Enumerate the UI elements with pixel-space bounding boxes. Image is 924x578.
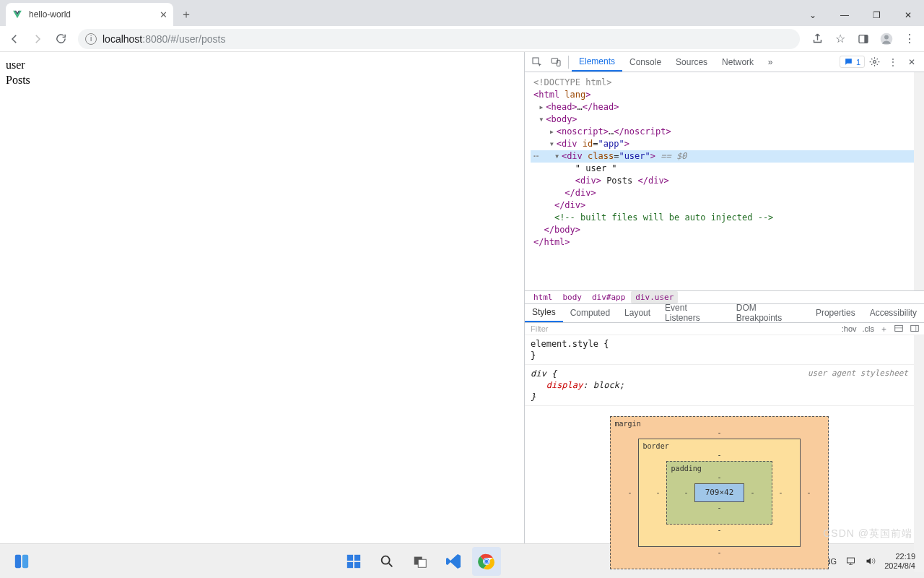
kebab-menu-icon[interactable]: ⋮ [899,29,920,49]
close-window-button[interactable]: ✕ [892,4,924,26]
dom-tree[interactable]: <!DOCTYPE html> <html lang> ▸<head>…</he… [525,72,914,290]
box-content[interactable]: 709×42 [694,483,745,502]
reload-button[interactable] [51,29,71,49]
dom-enddiv: </div> [565,188,596,198]
crumb-html[interactable]: html [529,291,557,303]
page-text-posts: Posts [6,73,518,88]
devtools-kebab-icon[interactable]: ⋮ [884,53,902,71]
subtab-properties[interactable]: Properties [808,303,863,322]
dom-html-open: <html [533,90,565,100]
share-icon[interactable] [807,29,827,49]
dom-enddiv2: </div> [554,200,585,210]
breadcrumb: html body div#app div.user [525,290,924,303]
start-icon[interactable] [339,547,368,576]
back-button[interactable] [4,29,25,49]
chrome-icon[interactable] [472,547,501,576]
crumb-user[interactable]: div.user [631,291,678,303]
widgets-icon[interactable] [7,547,36,576]
collapse-icon[interactable]: ▾ [549,138,557,150]
window-controls: ⌄ — ❐ ✕ [797,4,924,26]
close-tab-icon[interactable]: ✕ [160,9,167,20]
tab-title: hello-world [29,9,71,20]
collapse-icon[interactable]: ▾ [554,150,562,163]
svg-rect-14 [347,561,353,567]
scrollbar[interactable] [914,72,924,290]
bookmark-icon[interactable]: ☆ [830,29,850,49]
url-port: :8080 [142,33,167,45]
search-icon[interactable] [372,547,401,576]
subtab-computed[interactable]: Computed [563,303,617,322]
rule-element-style[interactable]: element.style { } [525,335,914,365]
dom-head: <head> [546,102,577,112]
browser-title-bar: hello-world ✕ ＋ ⌄ — ❐ ✕ [0,0,924,26]
hov-toggle[interactable]: :hov [842,324,857,333]
rule-div[interactable]: user agent stylesheet div { display: blo… [525,365,914,406]
sidebar-toggle-icon[interactable] [910,324,920,334]
devtools-tab-network[interactable]: Network [715,52,761,72]
dom-posts-open: <div> [575,176,601,186]
task-view-icon[interactable] [406,547,435,576]
box-margin[interactable]: margin - - border - - padding - [610,416,829,569]
box-padding[interactable]: padding - - 709×42 - - [666,461,773,525]
devtools-panel: Elements Console Sources Network » 1 ⋮ ✕… [524,52,924,543]
styles-toolbar: Filter :hov .cls ＋ [525,323,924,335]
crumb-body[interactable]: body [559,291,587,303]
divider [568,56,569,69]
new-rule-icon[interactable]: ＋ [880,324,888,335]
padding-label: padding [671,463,702,475]
vue-favicon [12,9,23,20]
styles-filter-input[interactable]: Filter [529,323,836,335]
expand-icon[interactable]: ▸ [549,126,557,138]
computed-toggle-icon[interactable] [894,324,904,334]
site-info-icon[interactable]: i [85,33,97,45]
svg-point-3 [884,35,889,39]
dom-app-open: <div [557,139,583,149]
dom-close: > [650,151,655,161]
dash: - [750,487,754,499]
expand-icon[interactable]: ▸ [539,101,546,113]
profile-icon[interactable] [876,29,897,49]
workspace: user Posts Elements Console Sources Netw… [0,52,924,543]
dom-body: <body> [546,114,577,124]
scrollbar[interactable] [914,335,924,572]
maximize-button[interactable]: ❐ [860,4,892,26]
more-tabs-icon[interactable]: » [761,53,780,71]
svg-rect-1 [864,35,868,43]
new-tab-button[interactable]: ＋ [176,4,196,25]
subtab-accessibility[interactable]: Accessibility [863,303,924,322]
cls-toggle[interactable]: .cls [863,324,875,333]
forward-button[interactable] [27,29,48,49]
styles-pane[interactable]: element.style { } user agent stylesheet … [525,335,914,572]
settings-icon[interactable] [865,53,884,71]
subtab-dom-breakpoints[interactable]: DOM Breakpoints [729,303,808,322]
subtab-layout[interactable]: Layout [617,303,658,322]
browser-tab[interactable]: hello-world ✕ [6,3,173,26]
dom-selected-line[interactable]: ⋯ ▾<div class="user"> == $0 [531,150,914,163]
devtools-tab-sources[interactable]: Sources [668,52,715,72]
dom-attr: id [583,139,593,149]
devtools-tab-console[interactable]: Console [622,52,668,72]
chevron-down-icon[interactable]: ⌄ [797,4,829,26]
margin-label: margin [615,418,641,430]
side-panel-icon[interactable] [853,29,873,49]
devtools-tab-elements[interactable]: Elements [572,52,622,72]
inspect-icon[interactable] [528,53,546,71]
crumb-app[interactable]: div#app [588,291,629,303]
dom-noscript-close: </noscript> [614,126,671,137]
subtab-event-listeners[interactable]: Event Listeners [658,303,729,322]
collapse-icon[interactable]: ▾ [539,113,546,126]
rule-selector: element.style [531,339,598,349]
devtools-close-icon[interactable]: ✕ [902,53,921,71]
svg-rect-4 [533,58,539,64]
subtab-styles[interactable]: Styles [525,303,563,322]
vscode-icon[interactable] [439,547,468,576]
omnibox[interactable]: i localhost:8080/#/user/posts [78,29,800,49]
url-path: /#/user/posts [167,33,225,45]
dom-close: > [585,90,590,100]
issues-badge[interactable]: 1 [840,56,865,68]
rendered-page: user Posts [0,52,524,543]
box-border[interactable]: border - - padding - - 709×42 [638,439,801,547]
dom-posts-close: </div> [638,176,669,186]
minimize-button[interactable]: — [829,4,860,26]
device-toggle-icon[interactable] [546,53,565,71]
